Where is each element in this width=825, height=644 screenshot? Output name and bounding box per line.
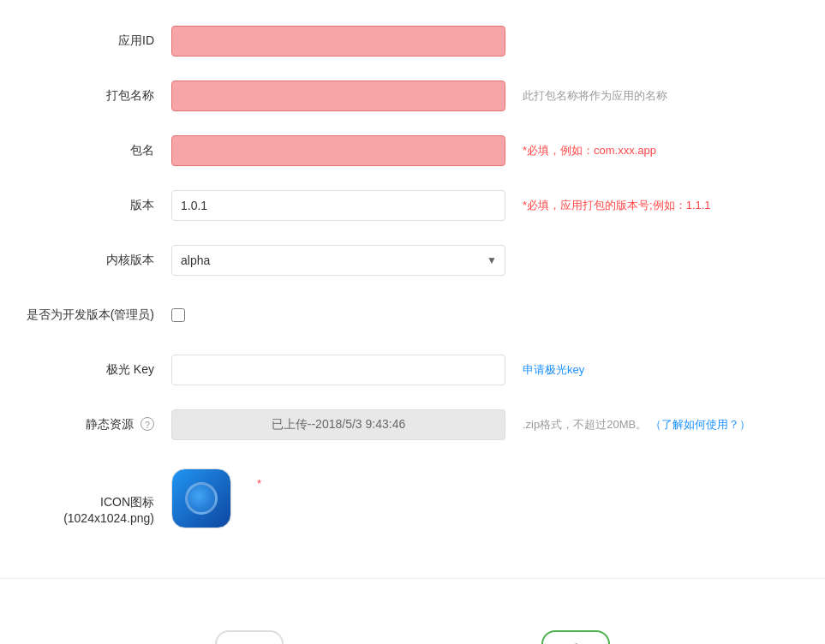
icon-inner-circle [185,482,218,515]
kernel-version-select-wrapper: alpha beta stable ▼ [171,245,505,276]
kernel-version-label: 内核版本 [17,252,171,269]
icon-hint: * [257,468,261,490]
jpush-key-input[interactable] [171,355,505,385]
version-hint: *必填，应用打包的版本号;例如：1.1.1 [523,198,711,213]
bundle-id-label: 包名 [17,142,171,159]
app-id-row: 应用ID [17,26,808,57]
android-platform-icon[interactable]: 🤖 Android [541,630,610,644]
icon-row: ICON图标 (1024x1024.png) * [17,464,808,528]
jpush-key-label: 极光 Key [17,361,171,379]
help-icon[interactable]: ? [140,417,154,431]
app-id-input[interactable] [171,26,505,57]
package-name-hint: 此打包名称将作为应用的名称 [523,88,667,104]
version-input[interactable] [171,190,505,221]
ios-platform-icon[interactable]:  IOS [215,630,284,644]
package-name-input[interactable] [171,80,505,111]
android-platform-item: 🤖 Android [541,630,610,644]
package-name-row: 打包名称 此打包名称将作为应用的名称 [17,80,808,111]
platform-section:  IOS 🤖 Android [0,605,825,644]
package-name-label: 打包名称 [17,87,171,104]
bundle-id-input[interactable] [171,135,505,166]
dev-version-checkbox[interactable] [171,308,185,322]
dev-version-label: 是否为开发版本(管理员) [17,307,171,324]
jpush-key-row: 极光 Key 申请极光key [17,355,808,385]
bundle-id-row: 包名 *必填，例如：com.xxx.app [17,135,808,166]
section-divider [0,578,825,579]
bundle-id-hint: *必填，例如：com.xxx.app [523,143,656,158]
dev-version-checkbox-wrapper [171,308,185,322]
static-resource-hint: .zip格式，不超过20MB。 （了解如何使用？） [523,417,750,432]
version-row: 版本 *必填，应用打包的版本号;例如：1.1.1 [17,190,808,221]
icon-preview[interactable] [171,468,231,528]
form-container: 应用ID 打包名称 此打包名称将作为应用的名称 包名 *必填，例如：com.xx… [0,0,825,569]
static-resource-label: 静态资源 ? [17,416,171,433]
static-resource-value[interactable]: 已上传--2018/5/3 9:43:46 [171,409,505,440]
kernel-version-row: 内核版本 alpha beta stable ▼ [17,245,808,276]
version-label: 版本 [17,197,171,214]
static-resource-row: 静态资源 ? 已上传--2018/5/3 9:43:46 .zip格式，不超过2… [17,409,808,440]
icon-label: ICON图标 (1024x1024.png) [17,468,171,528]
kernel-version-select[interactable]: alpha beta stable [171,245,505,276]
dev-version-row: 是否为开发版本(管理员) [17,300,808,331]
ios-platform-item:  IOS [215,630,284,644]
jpush-hint[interactable]: 申请极光key [523,362,584,378]
app-id-label: 应用ID [17,33,171,50]
